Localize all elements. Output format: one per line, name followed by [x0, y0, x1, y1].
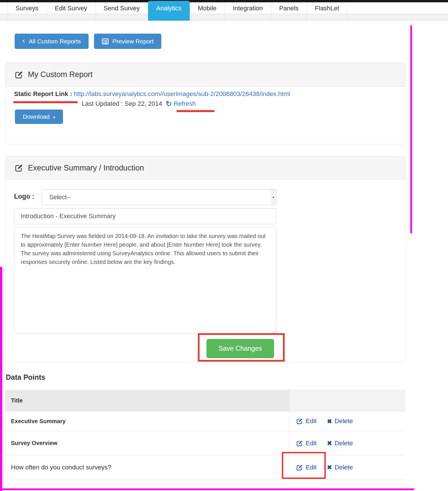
edit-pencil-icon	[296, 440, 303, 447]
preview-report-button[interactable]: Preview Report	[94, 34, 162, 49]
section-title-input[interactable]	[14, 208, 276, 224]
preview-report-label: Preview Report	[112, 38, 154, 45]
executive-summary-header: Executive Summary / Introduction	[5, 156, 405, 180]
edit-link[interactable]: Edit	[296, 464, 317, 471]
refresh-label: Refresh	[174, 100, 196, 108]
tab-integration[interactable]: Integration	[225, 2, 271, 21]
magenta-line-left	[0, 267, 2, 491]
tab-surveys[interactable]: Surveys	[7, 2, 47, 21]
tab-send-survey[interactable]: Send Survey	[95, 2, 148, 21]
save-changes-button[interactable]: Save Changes	[206, 339, 274, 358]
logo-select-value: Select--	[49, 193, 71, 201]
row-title: Executive Summary	[11, 418, 66, 425]
my-custom-report-panel: My Custom Report Static Report Link : ht…	[5, 62, 405, 144]
logo-label: Logo :	[14, 193, 34, 200]
static-report-link-label: Static Report Link :	[14, 90, 72, 97]
title-column-header: Title	[5, 390, 289, 411]
download-button[interactable]: Download ▾	[15, 110, 63, 124]
all-custom-reports-button[interactable]: ‹ All Custom Reports	[15, 34, 89, 49]
edit-label: Edit	[306, 417, 317, 425]
logo-select[interactable]: Select-- ▾	[42, 189, 277, 205]
row-title: Survey Overview	[11, 440, 57, 446]
delete-x-icon: ✖	[327, 418, 332, 424]
delete-link[interactable]: ✖ Delete	[327, 417, 353, 425]
edit-link[interactable]: Edit	[296, 417, 317, 425]
tab-panels[interactable]: Panels	[271, 2, 307, 21]
row-title-cell: Executive Summary	[5, 411, 289, 431]
delete-x-icon: ✖	[327, 440, 332, 446]
select-dropdown-arrow-icon[interactable]: ▾	[271, 190, 276, 204]
all-custom-reports-label: All Custom Reports	[29, 38, 81, 45]
row-title: How often do you conduct surveys?	[11, 464, 111, 471]
row-actions-cell: Edit ✖ Delete	[289, 411, 405, 431]
panel-title: My Custom Report	[28, 70, 93, 79]
table-row: How often do you conduct surveys? Edit ✖…	[5, 455, 405, 480]
tab-edit-survey[interactable]: Edit Survey	[47, 2, 95, 21]
static-report-link-line: Static Report Link : http://labs.surveya…	[14, 90, 290, 98]
edit-link[interactable]: Edit	[296, 440, 317, 447]
executive-summary-panel: Executive Summary / Introduction Logo : …	[5, 156, 405, 362]
last-updated-line: Last Updated : Sep 22, 2014 ↻ Refresh	[82, 100, 196, 108]
refresh-link[interactable]: ↻ Refresh	[166, 100, 196, 108]
static-report-link[interactable]: http://labs.surveyanalytics.com//userima…	[74, 90, 290, 97]
edit-pencil-icon	[15, 70, 23, 79]
tab-analytics[interactable]: Analytics	[148, 1, 190, 21]
tab-flashlet[interactable]: FlashLet	[307, 2, 347, 21]
chevron-left-icon: ‹	[22, 37, 25, 45]
actions-column-header	[289, 390, 405, 411]
data-points-table: Title Executive Summary Edit ✖ Delete	[5, 390, 405, 480]
edit-label: Edit	[306, 464, 317, 471]
delete-label: Delete	[335, 417, 353, 425]
delete-label: Delete	[335, 464, 353, 471]
row-actions-cell: Edit ✖ Delete	[289, 431, 405, 455]
edit-label: Edit	[306, 440, 317, 447]
main-nav: Surveys Edit Survey Send Survey Analytic…	[0, 2, 448, 21]
list-alt-icon	[102, 38, 109, 45]
delete-link[interactable]: ✖ Delete	[327, 464, 353, 471]
tab-mobile[interactable]: Mobile	[190, 2, 225, 21]
delete-label: Delete	[335, 440, 353, 447]
delete-x-icon: ✖	[327, 464, 332, 470]
caret-down-icon: ▾	[53, 115, 55, 120]
refresh-icon: ↻	[166, 100, 172, 108]
toolbar: ‹ All Custom Reports Preview Report	[15, 34, 161, 49]
section-body-textarea[interactable]: The HeatMap Survey was fielded on 2014-0…	[14, 227, 276, 333]
tab-strip: Surveys Edit Survey Send Survey Analytic…	[7, 2, 448, 21]
edit-pencil-icon	[296, 464, 303, 471]
table-row: Survey Overview Edit ✖ Delete	[5, 431, 405, 455]
row-actions-cell: Edit ✖ Delete	[289, 455, 405, 479]
row-title-cell: How often do you conduct surveys?	[5, 455, 289, 479]
table-row: Executive Summary Edit ✖ Delete	[5, 411, 405, 431]
edit-pencil-icon	[296, 418, 303, 425]
data-points-heading: Data Points	[6, 373, 45, 381]
edit-pencil-icon	[15, 164, 23, 172]
panel-title: Executive Summary / Introduction	[28, 164, 144, 172]
download-label: Download	[23, 113, 49, 120]
row-title-cell: Survey Overview	[5, 431, 289, 455]
delete-link[interactable]: ✖ Delete	[327, 440, 353, 447]
magenta-line-right	[410, 25, 412, 233]
my-custom-report-header: My Custom Report	[5, 63, 405, 87]
top-black-bar	[0, 0, 448, 2]
last-updated-label: Last Updated : Sep 22, 2014	[82, 100, 162, 108]
magenta-line-bottom	[0, 488, 414, 490]
table-header-row: Title	[5, 390, 405, 411]
